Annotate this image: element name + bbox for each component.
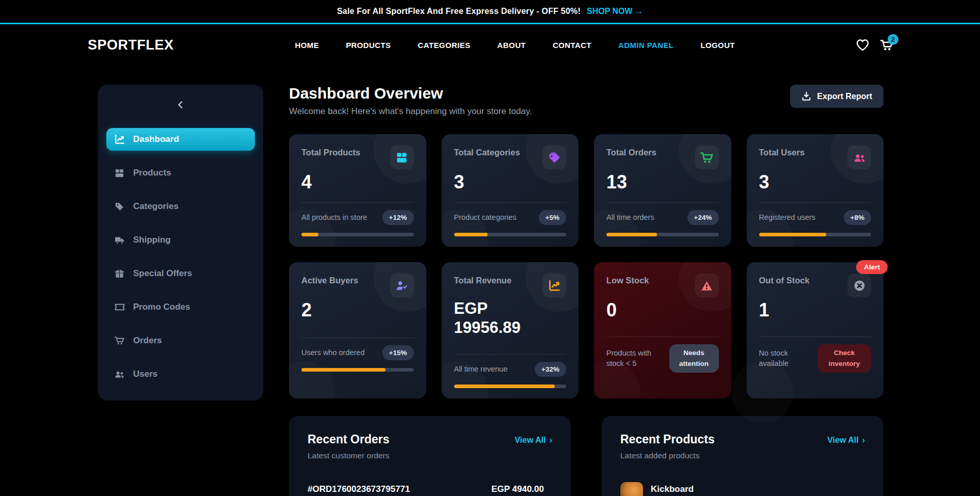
stat-card-low-stock: Low Stock 0 Products with stock < 5 Need… <box>594 262 731 398</box>
sidebar-item-dashboard[interactable]: Dashboard <box>106 128 255 151</box>
user-check-icon <box>390 274 414 297</box>
nav-logout[interactable]: LOGOUT <box>700 41 735 50</box>
nav-links: HOME PRODUCTS CATEGORIES ABOUT CONTACT A… <box>295 41 735 50</box>
chevron-left-icon <box>176 100 185 109</box>
box-icon <box>114 168 125 178</box>
stat-card-total-categories: Total Categories 3 Product categories +5… <box>442 134 579 247</box>
navbar: SPORTFLEX HOME PRODUCTS CATEGORIES ABOUT… <box>0 23 980 66</box>
progress-bar <box>454 385 567 388</box>
ticket-icon <box>114 302 125 312</box>
tag-icon <box>114 202 125 212</box>
recent-products-panel: Recent Products Latest added products Vi… <box>602 416 883 496</box>
progress-bar <box>301 368 414 372</box>
sidebar-item-categories[interactable]: Categories <box>106 195 255 218</box>
progress-bar <box>759 233 872 236</box>
sidebar-collapse-button[interactable] <box>106 94 255 116</box>
chevron-right-icon: › <box>550 436 552 445</box>
warning-icon <box>695 274 719 297</box>
progress-bar <box>454 233 567 236</box>
stat-label: No stock available <box>759 348 813 369</box>
stat-value: 3 <box>759 171 872 193</box>
stat-title: Total Users <box>759 146 805 157</box>
sidebar-item-products[interactable]: Products <box>106 162 255 184</box>
chevron-right-icon: › <box>862 436 865 445</box>
nav-categories[interactable]: CATEGORIES <box>418 41 471 50</box>
stat-title: Total Products <box>301 146 360 157</box>
promo-text: Sale For All SportFlex And Free Express … <box>337 7 581 16</box>
order-id: #ORD1760023673795771 <box>308 484 410 494</box>
stat-label: All products in store <box>301 213 367 223</box>
circle-x-icon <box>847 274 871 297</box>
sidebar-item-promo-codes[interactable]: Promo Codes <box>106 296 255 318</box>
stat-badge: +8% <box>844 210 871 225</box>
sidebar-item-label: Special Offers <box>133 268 192 279</box>
stat-title: Total Revenue <box>454 274 512 285</box>
heart-icon <box>856 39 869 52</box>
progress-bar <box>606 233 719 236</box>
stat-label: Product categories <box>454 213 517 223</box>
sidebar-item-label: Categories <box>133 201 179 212</box>
recent-products-subtitle: Latest added products <box>620 451 715 460</box>
sidebar-item-special-offers[interactable]: Special Offers <box>106 262 255 285</box>
cart-icon <box>114 336 125 345</box>
admin-sidebar: Dashboard Products Categories Shipping S… <box>98 85 263 401</box>
recent-orders-title: Recent Orders <box>308 433 390 446</box>
stat-card-active-buyers: Active Buyers 2 Users who ordered +15% <box>289 262 426 398</box>
nav-admin-panel[interactable]: ADMIN PANEL <box>618 41 673 50</box>
gift-icon <box>114 269 125 279</box>
sidebar-item-label: Products <box>133 168 171 178</box>
cart-button[interactable]: 2 <box>880 39 893 51</box>
stat-label: Users who ordered <box>301 348 365 358</box>
wishlist-button[interactable] <box>856 39 869 52</box>
promo-banner: Sale For All SportFlex And Free Express … <box>0 0 980 23</box>
view-all-orders-link[interactable]: View All › <box>515 433 552 445</box>
dashboard-chart-icon <box>114 134 125 145</box>
recent-orders-panel: Recent Orders Latest customer orders Vie… <box>289 416 571 496</box>
stat-title: Out of Stock <box>759 274 810 285</box>
logo[interactable]: SPORTFLEX <box>88 37 174 53</box>
shop-now-link[interactable]: SHOP NOW → <box>587 7 643 16</box>
sidebar-item-label: Orders <box>133 335 162 346</box>
stat-badge: +32% <box>535 362 566 377</box>
recent-products-title: Recent Products <box>620 433 715 446</box>
product-name: Kickboard <box>651 482 694 494</box>
view-all-products-link[interactable]: View All › <box>827 433 865 445</box>
sidebar-item-label: Users <box>133 369 157 379</box>
page-title: Dashboard Overview <box>289 85 532 102</box>
stat-title: Active Buyers <box>301 274 358 285</box>
nav-about[interactable]: ABOUT <box>497 41 526 50</box>
progress-bar <box>301 233 414 236</box>
product-row[interactable]: Kickboard <box>620 482 865 496</box>
nav-contact[interactable]: CONTACT <box>553 41 591 50</box>
products-box-icon <box>390 146 414 169</box>
needs-attention-badge: Needs attention <box>669 344 719 373</box>
sidebar-item-users[interactable]: Users <box>106 363 255 386</box>
cart-count-badge: 2 <box>888 34 898 45</box>
stat-card-total-revenue: Total Revenue EGP 19956.89 All time reve… <box>442 262 579 398</box>
stat-badge: +24% <box>687 210 719 225</box>
nav-products[interactable]: PRODUCTS <box>346 41 391 50</box>
stat-value: 13 <box>606 171 719 193</box>
stat-value: 0 <box>606 299 719 321</box>
export-report-label: Export Report <box>817 92 872 101</box>
recent-orders-subtitle: Latest customer orders <box>308 451 390 460</box>
stat-value: 3 <box>454 171 567 193</box>
download-icon <box>801 91 811 101</box>
users-icon <box>114 370 125 379</box>
stat-title: Low Stock <box>606 274 649 285</box>
sidebar-item-shipping[interactable]: Shipping <box>106 229 255 251</box>
stat-badge: +15% <box>382 345 414 360</box>
stat-card-out-of-stock: Alert Out of Stock 1 No stock available … <box>747 262 884 398</box>
export-report-button[interactable]: Export Report <box>790 85 883 108</box>
truck-icon <box>114 235 125 245</box>
stat-label: All time revenue <box>454 364 508 375</box>
stat-value: 2 <box>301 299 414 321</box>
nav-home[interactable]: HOME <box>295 41 319 50</box>
stat-badge: +5% <box>539 210 566 225</box>
stat-label: Registered users <box>759 213 816 223</box>
cart-icon <box>695 146 719 169</box>
order-row[interactable]: #ORD1760023673795771 EGP 4940.00 <box>308 484 552 494</box>
stat-card-total-orders: Total Orders 13 All time orders +24% <box>594 134 731 247</box>
sidebar-item-orders[interactable]: Orders <box>106 329 255 352</box>
check-inventory-badge: Check inventory <box>817 344 871 373</box>
